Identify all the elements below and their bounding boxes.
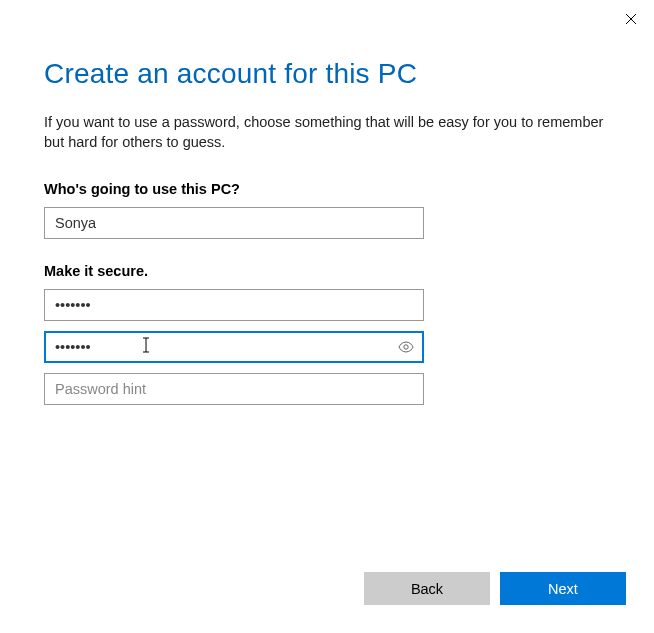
- password-hint-input[interactable]: [44, 373, 424, 405]
- page-description: If you want to use a password, choose so…: [44, 112, 610, 153]
- password-input[interactable]: [44, 289, 424, 321]
- username-label: Who's going to use this PC?: [44, 181, 610, 197]
- username-input[interactable]: [44, 207, 424, 239]
- reveal-password-icon[interactable]: [398, 339, 414, 355]
- svg-point-2: [404, 344, 408, 348]
- next-button[interactable]: Next: [500, 572, 626, 605]
- close-button[interactable]: [622, 10, 640, 28]
- confirm-password-input[interactable]: [44, 331, 424, 363]
- password-group: Make it secure.: [44, 263, 610, 405]
- password-label: Make it secure.: [44, 263, 610, 279]
- close-icon: [625, 13, 637, 25]
- back-button[interactable]: Back: [364, 572, 490, 605]
- page-title: Create an account for this PC: [44, 58, 610, 90]
- dialog-content: Create an account for this PC If you wan…: [0, 0, 654, 405]
- dialog-footer: Back Next: [364, 572, 626, 605]
- username-group: Who's going to use this PC?: [44, 181, 610, 239]
